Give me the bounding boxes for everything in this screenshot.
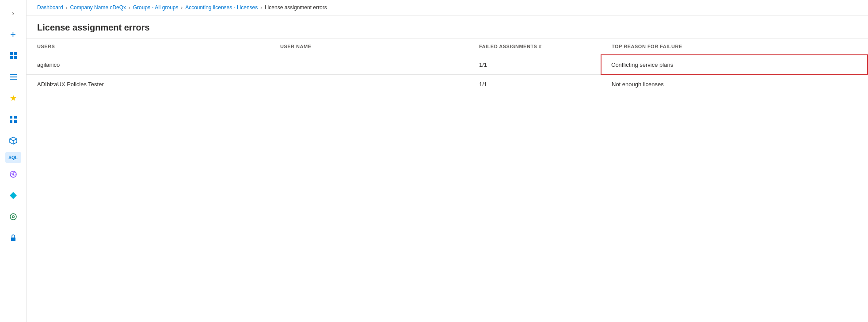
cell-failed-2: 1/1 <box>468 74 601 94</box>
svg-rect-9 <box>10 120 12 123</box>
svg-marker-18 <box>10 192 17 199</box>
table-container: USERS USER NAME FAILED ASSIGNMENTS # TOP… <box>27 38 868 322</box>
breadcrumb-licenses[interactable]: Accounting licenses - Licenses <box>185 4 258 11</box>
cell-reason-1[interactable]: Conflicting service plans <box>601 55 868 74</box>
col-header-username: USER NAME <box>270 38 468 55</box>
grid-icon[interactable] <box>4 110 23 129</box>
svg-rect-22 <box>11 238 15 241</box>
svg-line-13 <box>10 139 13 141</box>
main-content: Dashboard › Company Name cDeQx › Groups … <box>27 0 868 322</box>
svg-rect-2 <box>10 56 13 59</box>
svg-rect-1 <box>14 52 17 55</box>
orbit-icon[interactable] <box>4 165 23 184</box>
cell-username-2 <box>270 74 468 94</box>
add-icon[interactable]: + <box>4 25 23 44</box>
breadcrumb-sep-2: › <box>129 5 130 10</box>
table-row: ADIbizaUX Policies Tester 1/1 Not enough… <box>27 74 868 94</box>
svg-rect-8 <box>14 116 17 119</box>
svg-rect-0 <box>10 52 13 55</box>
svg-point-21 <box>12 216 14 218</box>
breadcrumb-sep-3: › <box>181 5 183 10</box>
svg-point-16 <box>12 173 14 175</box>
col-header-users: USERS <box>27 38 270 55</box>
page-header: License assignment errors <box>27 15 868 38</box>
svg-rect-4 <box>10 74 17 75</box>
breadcrumb-sep-4: › <box>260 5 262 10</box>
cell-reason-2: Not enough licenses <box>601 74 868 94</box>
cell-users-1: agilanico <box>27 55 270 74</box>
svg-rect-5 <box>10 77 17 77</box>
collapse-icon[interactable]: › <box>4 4 23 23</box>
svg-rect-7 <box>10 116 12 119</box>
lock-icon[interactable] <box>4 228 23 248</box>
table-row: agilanico 1/1 Conflicting service plans <box>27 55 868 74</box>
sql-icon[interactable]: SQL <box>5 152 21 163</box>
cell-failed-1: 1/1 <box>468 55 601 74</box>
errors-table: USERS USER NAME FAILED ASSIGNMENTS # TOP… <box>27 38 868 94</box>
col-header-reason: TOP REASON FOR FAILURE <box>601 38 868 55</box>
breadcrumb-groups[interactable]: Groups - All groups <box>133 4 179 11</box>
dashboard-icon[interactable] <box>4 46 23 65</box>
svg-rect-6 <box>10 79 17 80</box>
svg-rect-10 <box>14 120 17 123</box>
breadcrumb-dashboard[interactable]: Dashboard <box>37 4 63 11</box>
eye-icon[interactable] <box>4 207 23 226</box>
cell-username-1 <box>270 55 468 74</box>
svg-line-14 <box>13 139 17 141</box>
col-header-failed: FAILED ASSIGNMENTS # <box>468 38 601 55</box>
star-icon[interactable]: ★ <box>4 88 23 108</box>
table-header-row: USERS USER NAME FAILED ASSIGNMENTS # TOP… <box>27 38 868 55</box>
sidebar: › + ★ SQL <box>0 0 27 322</box>
breadcrumb-current: License assignment errors <box>265 4 327 11</box>
svg-rect-3 <box>14 56 17 59</box>
breadcrumb-company[interactable]: Company Name cDeQx <box>70 4 126 11</box>
list-icon[interactable] <box>4 67 23 87</box>
cell-users-2: ADIbizaUX Policies Tester <box>27 74 270 94</box>
breadcrumb: Dashboard › Company Name cDeQx › Groups … <box>27 0 868 15</box>
package-icon[interactable] <box>4 131 23 150</box>
diamond-icon[interactable] <box>4 186 23 205</box>
breadcrumb-sep-1: › <box>66 5 68 10</box>
page-title: License assignment errors <box>37 23 857 33</box>
